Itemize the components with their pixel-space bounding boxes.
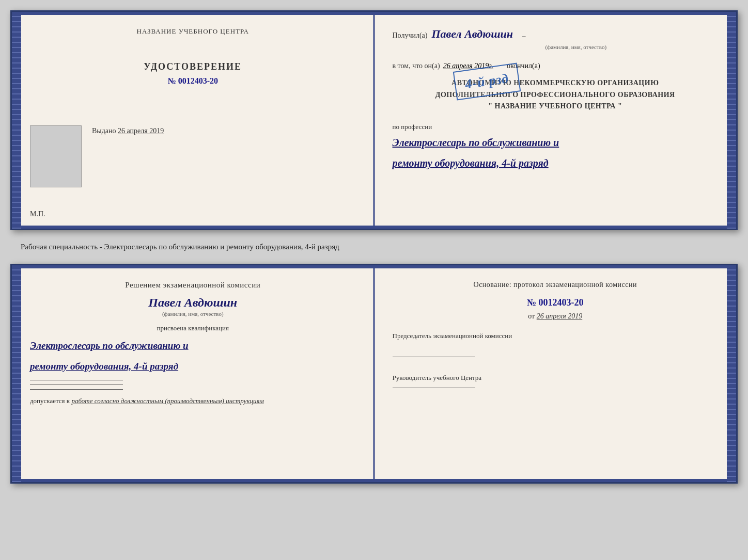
completion-date: 26 апреля 2019г. bbox=[443, 62, 493, 70]
date-from: от 26 апреля 2019 bbox=[393, 312, 719, 321]
profession-line2: ремонту оборудования, 4-й разряд bbox=[393, 154, 719, 172]
separator-label: Рабочая специальность - Электрослесарь п… bbox=[21, 243, 339, 251]
cert-label: УДОСТОВЕРЕНИЕ bbox=[30, 61, 356, 72]
chairman-sig-line bbox=[393, 357, 475, 357]
bottom-right-border bbox=[727, 265, 736, 482]
in-that-prefix: в том, что он(а) bbox=[393, 59, 440, 72]
training-center-title: НАЗВАНИЕ УЧЕБНОГО ЦЕНТРА bbox=[30, 27, 356, 36]
org-line1: АВТОНОМНУЮ НЕКОММЕРЧЕСКУЮ ОРГАНИЗАЦИЮ bbox=[393, 77, 719, 89]
top-booklet: НАЗВАНИЕ УЧЕБНОГО ЦЕНТРА УДОСТОВЕРЕНИЕ №… bbox=[10, 10, 738, 230]
issued-date: 26 апреля 2019 bbox=[118, 127, 164, 135]
bottom-right-page: Основание: протокол экзаменационной коми… bbox=[375, 265, 737, 482]
finished-label: окончил(а) bbox=[507, 62, 540, 70]
date-prefix: от bbox=[528, 312, 535, 320]
person-name-bottom: Павел Авдюшин bbox=[30, 296, 356, 310]
received-prefix: Получил(а) bbox=[393, 29, 428, 42]
decision-heading: Решением экзаменационной комиссии bbox=[30, 281, 356, 290]
org-line2: ДОПОЛНИТЕЛЬНОГО ПРОФЕССИОНАЛЬНОГО ОБРАЗО… bbox=[393, 89, 719, 101]
basis-heading: Основание: протокол экзаменационной коми… bbox=[393, 281, 719, 289]
top-right-page: Получил(а) Павел Авдюшин – (фамилия, имя… bbox=[375, 12, 737, 229]
qual-line1: Электрослесарь по обслуживанию и bbox=[30, 337, 356, 355]
bottom-left-page: Решением экзаменационной комиссии Павел … bbox=[12, 265, 375, 482]
sig-line-2 bbox=[30, 385, 123, 385]
org-line3: " НАЗВАНИЕ УЧЕБНОГО ЦЕНТРА " bbox=[393, 101, 719, 112]
fio-label-bottom: (фамилия, имя, отчество) bbox=[30, 311, 356, 317]
top-left-page: НАЗВАНИЕ УЧЕБНОГО ЦЕНТРА УДОСТОВЕРЕНИЕ №… bbox=[12, 12, 375, 229]
recipient-name: Павел Авдюшин bbox=[431, 27, 513, 41]
issued-line: Выдано 26 апреля 2019 bbox=[92, 127, 356, 135]
page-wrapper: НАЗВАНИЕ УЧЕБНОГО ЦЕНТРА УДОСТОВЕРЕНИЕ №… bbox=[10, 10, 738, 484]
mp-label: М.П. bbox=[30, 210, 45, 218]
org-block: 4-й рзд АВТОНОМНУЮ НЕКОММЕРЧЕСКУЮ ОРГАНИ… bbox=[393, 77, 719, 112]
admits-prefix: допускается к bbox=[30, 397, 70, 405]
cert-number: № 0012403-20 bbox=[30, 76, 356, 86]
date-value: 26 апреля 2019 bbox=[537, 312, 582, 320]
director-sig-line bbox=[393, 388, 475, 388]
profession-line1: Электрослесарь по обслуживанию и bbox=[393, 133, 719, 152]
admits-line: допускается к работе согласно должностны… bbox=[30, 397, 356, 405]
assigned-label: присвоена квалификация bbox=[30, 324, 356, 332]
admits-text: работе согласно должностным (производств… bbox=[71, 397, 263, 405]
right-border-decoration bbox=[727, 12, 736, 229]
separator-text: Рабочая специальность - Электрослесарь п… bbox=[10, 238, 738, 255]
chairman-label: Председатель экзаменационной комиссии bbox=[393, 331, 719, 341]
profession-prefix: по профессии bbox=[393, 123, 719, 131]
fio-label-top: (фамилия, имя, отчество) bbox=[434, 44, 719, 50]
sig-line-1 bbox=[30, 380, 123, 380]
issued-label: Выдано bbox=[92, 127, 116, 135]
director-label: Руководитель учебного Центра bbox=[393, 373, 719, 383]
sig-line-3 bbox=[30, 389, 123, 390]
protocol-number: № 0012403-20 bbox=[393, 297, 719, 308]
qual-line2: ремонту оборудования, 4-й разряд bbox=[30, 357, 356, 376]
photo-placeholder bbox=[30, 125, 82, 187]
bottom-booklet: Решением экзаменационной комиссии Павел … bbox=[10, 264, 738, 484]
